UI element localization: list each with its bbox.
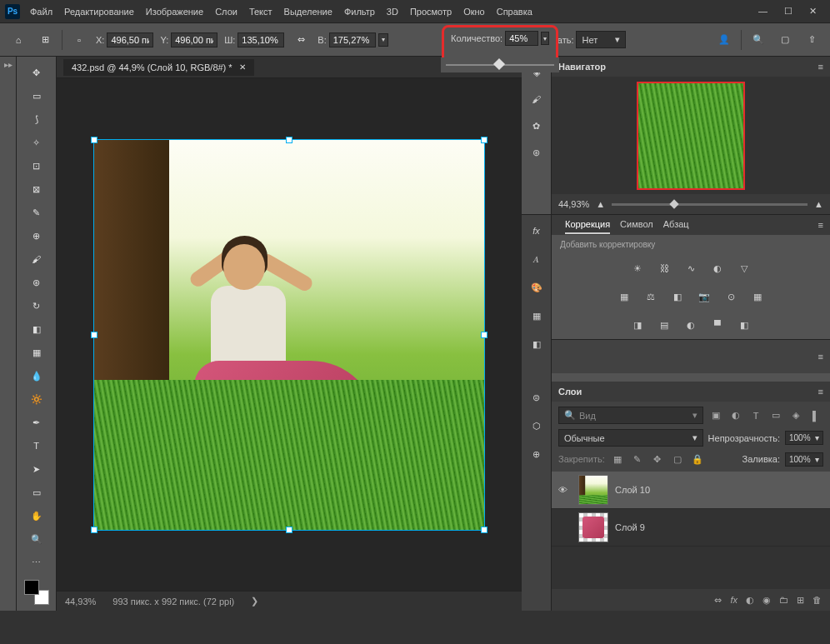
- frame-tool[interactable]: ⊠: [23, 178, 50, 200]
- threshold-icon[interactable]: ◐: [682, 316, 700, 334]
- share-icon[interactable]: ⇧: [802, 30, 822, 50]
- filter-toggle[interactable]: ▌: [808, 408, 823, 423]
- menu-type[interactable]: Текст: [249, 7, 272, 17]
- h-input[interactable]: [329, 32, 376, 47]
- pen-tool[interactable]: ✒: [23, 412, 50, 433]
- brush-tool[interactable]: 🖌: [23, 248, 50, 270]
- zoom-out-icon[interactable]: ▲: [596, 199, 605, 209]
- group-icon[interactable]: 🗀: [779, 595, 788, 605]
- properties-panel-icon[interactable]: ⊜: [528, 388, 546, 407]
- menu-view[interactable]: Просмотр: [410, 7, 452, 17]
- gradients-panel-icon[interactable]: ◧: [528, 335, 546, 353]
- paragraph-tab[interactable]: Абзац: [663, 216, 689, 234]
- link-layers-icon[interactable]: ⇔: [714, 595, 722, 606]
- link-icon[interactable]: ⇔: [291, 30, 311, 50]
- x-input[interactable]: [107, 32, 153, 47]
- delete-layer-icon[interactable]: 🗑: [812, 595, 822, 605]
- path-select-tool[interactable]: ➤: [23, 458, 50, 480]
- filter-image-icon[interactable]: ▣: [708, 408, 723, 423]
- fx-panel-icon[interactable]: fx: [528, 222, 546, 240]
- search-icon[interactable]: 🔍: [748, 30, 768, 50]
- brightness-icon[interactable]: ☀: [628, 259, 647, 277]
- status-chevron-icon[interactable]: ❯: [251, 596, 258, 607]
- close-button[interactable]: ✕: [809, 6, 817, 17]
- navigator-thumbnail-area[interactable]: [552, 77, 830, 194]
- fx-icon[interactable]: fx: [730, 595, 738, 605]
- minimize-button[interactable]: —: [758, 6, 768, 17]
- frame-icon[interactable]: ▢: [775, 30, 795, 50]
- adjustments-tab[interactable]: Коррекция: [565, 216, 610, 234]
- photo-filter-icon[interactable]: 📷: [695, 287, 713, 306]
- eraser-tool[interactable]: ◧: [23, 318, 50, 340]
- levels-icon[interactable]: ⛓: [655, 259, 673, 277]
- menu-edit[interactable]: Редактирование: [64, 7, 134, 17]
- filter-type-icon[interactable]: T: [748, 408, 763, 423]
- brush-panel-icon[interactable]: 🖌: [528, 90, 546, 108]
- layer-thumbnail[interactable]: [578, 475, 608, 505]
- maximize-button[interactable]: ☐: [784, 6, 792, 17]
- zoom-in-icon[interactable]: ▲: [814, 199, 823, 209]
- color-swatch[interactable]: [24, 580, 49, 605]
- stamp-tool[interactable]: ⊛: [23, 272, 50, 293]
- quick-select-tool[interactable]: ✧: [23, 132, 50, 153]
- hue-icon[interactable]: ▦: [615, 287, 633, 306]
- exposure-icon[interactable]: ◐: [708, 259, 727, 277]
- panel-menu-icon[interactable]: ≡: [818, 352, 823, 362]
- navigator-thumbnail[interactable]: [637, 82, 745, 190]
- menu-help[interactable]: Справка: [497, 7, 532, 17]
- bw-icon[interactable]: ◧: [668, 287, 687, 306]
- type-tool[interactable]: T: [23, 435, 50, 457]
- transform-handle-bl[interactable]: [91, 527, 98, 533]
- menu-image[interactable]: Изображение: [146, 7, 203, 17]
- status-zoom[interactable]: 44,93%: [65, 597, 96, 607]
- glyphs-panel-icon[interactable]: 𝐴: [528, 250, 546, 268]
- canvas-viewport[interactable]: [57, 78, 522, 591]
- posterize-icon[interactable]: ▤: [655, 316, 673, 334]
- lock-position-icon[interactable]: ✎: [630, 452, 645, 467]
- lookup-icon[interactable]: ▦: [748, 287, 767, 306]
- transform-handle-mr[interactable]: [481, 332, 488, 338]
- move-tool[interactable]: ✥: [23, 62, 50, 83]
- selective-icon[interactable]: ◧: [735, 316, 753, 334]
- filter-smart-icon[interactable]: ◈: [788, 408, 803, 423]
- transform-tool-icon[interactable]: ⊞: [35, 30, 55, 50]
- layer-row[interactable]: Слой 9: [552, 509, 830, 547]
- close-tab-icon[interactable]: ✕: [239, 62, 246, 72]
- document-tab[interactable]: 432.psd @ 44,9% (Слой 10, RGB/8#) * ✕: [63, 59, 254, 76]
- person-icon[interactable]: 👤: [714, 30, 734, 50]
- balance-icon[interactable]: ⚖: [642, 287, 660, 306]
- menu-layer[interactable]: Слои: [215, 7, 238, 17]
- gradient-tool[interactable]: ▦: [23, 342, 50, 363]
- lasso-tool[interactable]: ⟆: [23, 108, 50, 130]
- lock-move-icon[interactable]: ✥: [650, 452, 665, 467]
- character-tab[interactable]: Символ: [620, 216, 653, 234]
- gradient-map-icon[interactable]: ▀: [708, 316, 727, 334]
- history-brush-tool[interactable]: ↻: [23, 295, 50, 317]
- image-canvas[interactable]: [93, 139, 485, 531]
- panel-menu-icon[interactable]: ≡: [818, 387, 823, 397]
- lock-artboard-icon[interactable]: ▢: [670, 452, 685, 467]
- amount-dropdown[interactable]: ▾: [541, 32, 549, 45]
- zoom-tool[interactable]: 🔍: [23, 528, 50, 550]
- reference-point-icon[interactable]: ▫: [69, 30, 89, 50]
- curves-icon[interactable]: ∿: [682, 259, 700, 277]
- paths-panel-icon[interactable]: ⊕: [528, 445, 546, 463]
- clone-panel-icon[interactable]: ⊛: [528, 143, 546, 162]
- panel-menu-icon[interactable]: ≡: [818, 220, 823, 230]
- transform-handle-tc[interactable]: [286, 137, 292, 143]
- adjustment-layer-icon[interactable]: ◉: [762, 595, 771, 606]
- rectangle-tool[interactable]: ▭: [23, 482, 50, 503]
- visibility-icon[interactable]: 👁: [558, 485, 572, 495]
- transform-handle-ml[interactable]: [91, 332, 98, 338]
- menu-filter[interactable]: Фильтр: [344, 7, 375, 17]
- new-layer-icon[interactable]: ⊞: [797, 595, 804, 606]
- crop-tool[interactable]: ⊡: [23, 155, 50, 177]
- menu-file[interactable]: Файл: [30, 7, 52, 17]
- protect-select[interactable]: Нет▾: [576, 31, 626, 48]
- menu-3d[interactable]: 3D: [387, 7, 398, 17]
- h-dropdown[interactable]: ▾: [378, 33, 388, 47]
- libraries-panel-icon[interactable]: ⬡: [528, 417, 546, 435]
- lock-all-icon[interactable]: 🔒: [690, 452, 705, 467]
- home-icon[interactable]: ⌂: [8, 30, 28, 50]
- menu-select[interactable]: Выделение: [284, 7, 332, 17]
